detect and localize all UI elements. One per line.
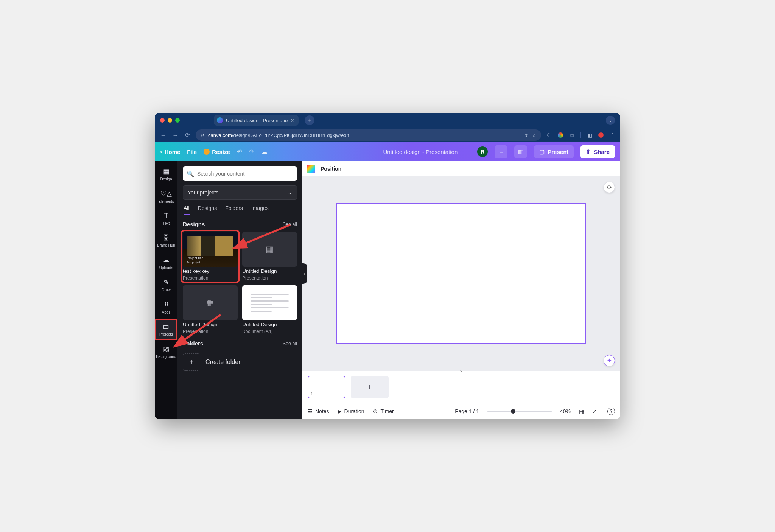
design-card-2[interactable]: ▦ Untitled Design Presentation — [242, 232, 297, 281]
designs-see-all[interactable]: See all — [283, 222, 297, 227]
apps-grid-icon: ⠿ — [164, 300, 169, 309]
panel-collapse-handle[interactable]: ‹ — [301, 263, 307, 284]
rail-apps[interactable]: ⠿Apps — [155, 297, 177, 317]
hatch-icon: ▨ — [163, 345, 170, 353]
rail-projects[interactable]: 🗀Projects — [155, 320, 177, 339]
folder-icon: 🗀 — [163, 323, 170, 331]
bookmark-icon[interactable]: ☆ — [532, 132, 537, 138]
duration-button[interactable]: ▶Duration — [338, 408, 364, 414]
new-tab-button[interactable]: + — [305, 115, 314, 125]
moon-icon[interactable]: ☾ — [546, 132, 552, 138]
present-icon: ▢ — [539, 148, 545, 155]
rail-draw[interactable]: ✎Draw — [155, 275, 177, 295]
share-url-icon[interactable]: ⇪ — [524, 132, 528, 138]
browser-menu-icon[interactable]: ⋮ — [609, 132, 616, 138]
pencil-icon: ✎ — [163, 278, 169, 286]
close-tab-icon[interactable]: ✕ — [291, 118, 295, 123]
page-indicator: Page 1 / 1 — [455, 408, 479, 414]
address-bar[interactable]: ⚙ canva.com/design/DAFo_dYZCgc/PlGjdHWlh… — [196, 129, 541, 141]
cloud-sync-icon[interactable]: ☁ — [261, 148, 268, 156]
design-thumb-2: ▦ — [242, 232, 297, 267]
panel-tab-images[interactable]: Images — [251, 205, 269, 215]
color-swatch[interactable] — [307, 165, 315, 173]
folders-heading: Folders — [183, 340, 203, 347]
close-window-button[interactable] — [160, 118, 165, 123]
extension-icon-1[interactable] — [558, 132, 563, 138]
rail-brand-hub[interactable]: 🗄Brand Hub — [155, 231, 177, 250]
canva-favicon-icon — [217, 117, 223, 123]
extensions-row: ☾ ⧉ ◧ ⋮ — [546, 132, 616, 138]
separator — [580, 132, 581, 138]
timer-button[interactable]: ⏱Timer — [373, 408, 394, 414]
text-icon: T — [164, 212, 168, 220]
design-card-3[interactable]: ▦ Untitled Design Presentation — [183, 285, 238, 334]
extension-icon-2[interactable] — [598, 132, 604, 138]
fullscreen-button[interactable]: ⤢ — [592, 408, 597, 414]
tabs-overflow-button[interactable]: ⌄ — [606, 116, 615, 125]
share-button[interactable]: ⇧Share — [580, 145, 615, 158]
canva-toolbar: ‹Home File Resize ↶ ↷ ☁ Untitled design … — [155, 142, 620, 161]
forward-button[interactable]: → — [171, 132, 179, 138]
browser-tab[interactable]: Untitled design - Presentatio ✕ — [214, 115, 299, 126]
panel-tab-designs[interactable]: Designs — [198, 205, 217, 215]
user-avatar[interactable]: R — [477, 146, 488, 157]
panel-tabs: All Designs Folders Images — [183, 204, 297, 215]
left-rail: ▦Design ♡△Elements TText 🗄Brand Hub ☁Upl… — [155, 161, 177, 419]
rail-text[interactable]: TText — [155, 209, 177, 229]
redo-button[interactable]: ↷ — [249, 148, 254, 156]
document-title[interactable]: Untitled design - Presentation — [383, 149, 458, 155]
design-title-2: Untitled Design — [242, 268, 297, 274]
panel-tab-all[interactable]: All — [184, 205, 190, 215]
design-card-4[interactable]: Untitled Design Document (A4) — [242, 285, 297, 334]
designs-section-header: Designs See all — [183, 221, 297, 227]
create-folder-row[interactable]: + Create folder — [183, 353, 297, 371]
present-button[interactable]: ▢Present — [534, 145, 574, 158]
search-input[interactable] — [197, 171, 293, 177]
play-icon: ▶ — [338, 408, 342, 414]
panel-tab-folders[interactable]: Folders — [225, 205, 243, 215]
slide-thumb-1[interactable]: 1 — [308, 376, 345, 398]
folders-section-header: Folders See all — [183, 340, 297, 347]
zoom-value[interactable]: 40% — [560, 408, 571, 414]
canvas-page[interactable] — [336, 203, 586, 344]
main-area: ▦Design ♡△Elements TText 🗄Brand Hub ☁Upl… — [155, 161, 620, 419]
titlebar: Untitled design - Presentatio ✕ + ⌄ — [155, 113, 620, 128]
help-button[interactable]: ? — [607, 408, 615, 415]
context-toolbar: Position — [302, 161, 620, 176]
reload-button[interactable]: ⟳ — [184, 132, 191, 138]
file-menu[interactable]: File — [187, 149, 197, 155]
zoom-slider[interactable] — [487, 411, 552, 412]
analytics-button[interactable]: ▥ — [514, 145, 527, 158]
canvas-wrap[interactable]: ‹ ⟳ ✦ — [302, 176, 620, 371]
puzzle-icon[interactable]: ⧉ — [568, 132, 575, 138]
site-settings-icon[interactable]: ⚙ — [200, 132, 204, 138]
back-button[interactable]: ← — [159, 132, 167, 138]
search-box[interactable]: 🔍 — [183, 166, 297, 181]
maximize-window-button[interactable] — [175, 118, 180, 123]
sidebar-toggle-icon[interactable]: ◧ — [586, 132, 593, 138]
add-collaborator-button[interactable]: + — [495, 145, 507, 158]
strip-collapse-icon[interactable]: ⌄ — [459, 367, 463, 373]
add-slide-button[interactable]: + — [351, 376, 389, 398]
resize-button[interactable]: Resize — [204, 149, 230, 155]
slide-strip: ⌄ 1 + — [302, 371, 620, 403]
notes-button[interactable]: ☲Notes — [308, 408, 329, 414]
regenerate-button[interactable]: ⟳ — [604, 182, 615, 193]
home-button[interactable]: ‹Home — [160, 148, 180, 156]
folders-see-all[interactable]: See all — [283, 341, 297, 346]
rail-uploads[interactable]: ☁Uploads — [155, 253, 177, 273]
rail-design[interactable]: ▦Design — [155, 164, 177, 184]
magic-assist-button[interactable]: ✦ — [604, 355, 615, 366]
rail-background[interactable]: ▨Background — [155, 342, 177, 362]
grid-view-button[interactable]: ▦ — [579, 408, 584, 414]
rail-elements[interactable]: ♡△Elements — [155, 187, 177, 207]
design-card-1[interactable]: Project titleTest project test key.key P… — [183, 232, 238, 281]
design-thumb-3: ▦ — [183, 285, 238, 320]
projects-dropdown[interactable]: Your projects ⌄ — [183, 185, 297, 200]
undo-button[interactable]: ↶ — [237, 148, 242, 156]
shapes-icon: ♡△ — [160, 190, 172, 198]
dropdown-value: Your projects — [188, 190, 218, 196]
position-button[interactable]: Position — [321, 166, 341, 172]
notes-icon: ☲ — [308, 408, 313, 414]
minimize-window-button[interactable] — [168, 118, 172, 123]
